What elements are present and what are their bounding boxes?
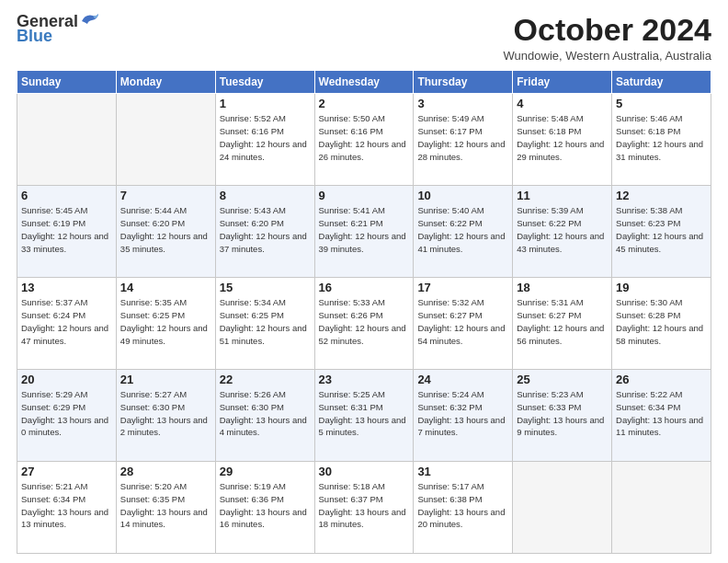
calendar-cell: 27Sunrise: 5:21 AM Sunset: 6:34 PM Dayli… <box>17 462 117 554</box>
calendar-cell: 1Sunrise: 5:52 AM Sunset: 6:16 PM Daylig… <box>215 94 314 186</box>
calendar: Sunday Monday Tuesday Wednesday Thursday… <box>17 70 711 554</box>
day-number: 3 <box>417 97 508 110</box>
calendar-cell: 28Sunrise: 5:20 AM Sunset: 6:35 PM Dayli… <box>116 462 215 554</box>
day-info: Sunrise: 5:19 AM Sunset: 6:36 PM Dayligh… <box>220 480 311 531</box>
day-info: Sunrise: 5:41 AM Sunset: 6:21 PM Dayligh… <box>319 204 410 255</box>
day-info: Sunrise: 5:49 AM Sunset: 6:17 PM Dayligh… <box>417 112 508 163</box>
col-tuesday: Tuesday <box>215 71 314 94</box>
calendar-week-row: 6Sunrise: 5:45 AM Sunset: 6:19 PM Daylig… <box>17 186 711 278</box>
day-number: 5 <box>616 97 707 110</box>
day-info: Sunrise: 5:37 AM Sunset: 6:24 PM Dayligh… <box>21 296 112 347</box>
day-number: 15 <box>220 281 311 294</box>
calendar-cell: 21Sunrise: 5:27 AM Sunset: 6:30 PM Dayli… <box>116 370 215 462</box>
day-info: Sunrise: 5:40 AM Sunset: 6:22 PM Dayligh… <box>417 204 508 255</box>
calendar-cell: 23Sunrise: 5:25 AM Sunset: 6:31 PM Dayli… <box>314 370 414 462</box>
day-number: 22 <box>220 373 311 386</box>
calendar-cell: 29Sunrise: 5:19 AM Sunset: 6:36 PM Dayli… <box>215 462 314 554</box>
day-number: 10 <box>417 189 508 202</box>
day-info: Sunrise: 5:39 AM Sunset: 6:22 PM Dayligh… <box>517 204 608 255</box>
calendar-cell <box>513 462 612 554</box>
calendar-cell: 31Sunrise: 5:17 AM Sunset: 6:38 PM Dayli… <box>414 462 513 554</box>
calendar-week-row: 13Sunrise: 5:37 AM Sunset: 6:24 PM Dayli… <box>17 278 711 370</box>
calendar-cell <box>612 462 711 554</box>
day-number: 8 <box>220 189 311 202</box>
day-info: Sunrise: 5:45 AM Sunset: 6:19 PM Dayligh… <box>21 204 112 255</box>
day-number: 17 <box>417 281 508 294</box>
day-info: Sunrise: 5:25 AM Sunset: 6:31 PM Dayligh… <box>319 388 410 439</box>
calendar-cell: 19Sunrise: 5:30 AM Sunset: 6:28 PM Dayli… <box>612 278 711 370</box>
day-info: Sunrise: 5:17 AM Sunset: 6:38 PM Dayligh… <box>417 480 508 531</box>
page: General Blue October 2024 Wundowie, West… <box>0 0 728 563</box>
calendar-cell: 12Sunrise: 5:38 AM Sunset: 6:23 PM Dayli… <box>612 186 711 278</box>
calendar-cell: 26Sunrise: 5:22 AM Sunset: 6:34 PM Dayli… <box>612 370 711 462</box>
calendar-cell: 15Sunrise: 5:34 AM Sunset: 6:25 PM Dayli… <box>215 278 314 370</box>
col-monday: Monday <box>116 71 215 94</box>
calendar-cell: 20Sunrise: 5:29 AM Sunset: 6:29 PM Dayli… <box>17 370 117 462</box>
day-number: 18 <box>517 281 608 294</box>
day-info: Sunrise: 5:27 AM Sunset: 6:30 PM Dayligh… <box>120 388 211 439</box>
day-number: 1 <box>220 97 311 110</box>
calendar-week-row: 27Sunrise: 5:21 AM Sunset: 6:34 PM Dayli… <box>17 462 711 554</box>
day-info: Sunrise: 5:35 AM Sunset: 6:25 PM Dayligh… <box>120 296 211 347</box>
day-number: 16 <box>319 281 410 294</box>
calendar-cell: 14Sunrise: 5:35 AM Sunset: 6:25 PM Dayli… <box>116 278 215 370</box>
day-number: 26 <box>616 373 707 386</box>
day-info: Sunrise: 5:18 AM Sunset: 6:37 PM Dayligh… <box>319 480 410 531</box>
calendar-cell: 16Sunrise: 5:33 AM Sunset: 6:26 PM Dayli… <box>314 278 414 370</box>
day-number: 25 <box>517 373 608 386</box>
day-number: 20 <box>21 373 112 386</box>
calendar-week-row: 1Sunrise: 5:52 AM Sunset: 6:16 PM Daylig… <box>17 94 711 186</box>
col-saturday: Saturday <box>612 71 711 94</box>
calendar-cell: 22Sunrise: 5:26 AM Sunset: 6:30 PM Dayli… <box>215 370 314 462</box>
day-info: Sunrise: 5:32 AM Sunset: 6:27 PM Dayligh… <box>417 296 508 347</box>
day-number: 12 <box>616 189 707 202</box>
day-info: Sunrise: 5:29 AM Sunset: 6:29 PM Dayligh… <box>21 388 112 439</box>
calendar-cell <box>17 94 117 186</box>
calendar-cell: 9Sunrise: 5:41 AM Sunset: 6:21 PM Daylig… <box>314 186 414 278</box>
logo-blue: Blue <box>17 28 52 46</box>
day-info: Sunrise: 5:38 AM Sunset: 6:23 PM Dayligh… <box>616 204 707 255</box>
logo: General Blue <box>17 13 100 46</box>
day-info: Sunrise: 5:33 AM Sunset: 6:26 PM Dayligh… <box>319 296 410 347</box>
calendar-cell: 30Sunrise: 5:18 AM Sunset: 6:37 PM Dayli… <box>314 462 414 554</box>
calendar-cell: 11Sunrise: 5:39 AM Sunset: 6:22 PM Dayli… <box>513 186 612 278</box>
day-info: Sunrise: 5:48 AM Sunset: 6:18 PM Dayligh… <box>517 112 608 163</box>
col-sunday: Sunday <box>17 71 117 94</box>
calendar-cell: 5Sunrise: 5:46 AM Sunset: 6:18 PM Daylig… <box>612 94 711 186</box>
col-wednesday: Wednesday <box>314 71 414 94</box>
day-number: 29 <box>220 465 311 478</box>
calendar-cell: 3Sunrise: 5:49 AM Sunset: 6:17 PM Daylig… <box>414 94 513 186</box>
day-number: 13 <box>21 281 112 294</box>
calendar-cell: 7Sunrise: 5:44 AM Sunset: 6:20 PM Daylig… <box>116 186 215 278</box>
day-info: Sunrise: 5:52 AM Sunset: 6:16 PM Dayligh… <box>220 112 311 163</box>
day-number: 28 <box>120 465 211 478</box>
calendar-cell: 17Sunrise: 5:32 AM Sunset: 6:27 PM Dayli… <box>414 278 513 370</box>
day-number: 24 <box>417 373 508 386</box>
location: Wundowie, Western Australia, Australia <box>504 49 711 63</box>
calendar-header-row: Sunday Monday Tuesday Wednesday Thursday… <box>17 71 711 94</box>
calendar-cell: 18Sunrise: 5:31 AM Sunset: 6:27 PM Dayli… <box>513 278 612 370</box>
day-info: Sunrise: 5:22 AM Sunset: 6:34 PM Dayligh… <box>616 388 707 439</box>
day-info: Sunrise: 5:21 AM Sunset: 6:34 PM Dayligh… <box>21 480 112 531</box>
day-info: Sunrise: 5:50 AM Sunset: 6:16 PM Dayligh… <box>319 112 410 163</box>
day-number: 19 <box>616 281 707 294</box>
day-info: Sunrise: 5:46 AM Sunset: 6:18 PM Dayligh… <box>616 112 707 163</box>
calendar-cell: 6Sunrise: 5:45 AM Sunset: 6:19 PM Daylig… <box>17 186 117 278</box>
calendar-cell <box>116 94 215 186</box>
title-block: October 2024 Wundowie, Western Australia… <box>504 13 711 63</box>
calendar-cell: 10Sunrise: 5:40 AM Sunset: 6:22 PM Dayli… <box>414 186 513 278</box>
calendar-cell: 8Sunrise: 5:43 AM Sunset: 6:20 PM Daylig… <box>215 186 314 278</box>
month-title: October 2024 <box>504 13 711 47</box>
day-number: 30 <box>319 465 410 478</box>
calendar-cell: 2Sunrise: 5:50 AM Sunset: 6:16 PM Daylig… <box>314 94 414 186</box>
calendar-week-row: 20Sunrise: 5:29 AM Sunset: 6:29 PM Dayli… <box>17 370 711 462</box>
day-info: Sunrise: 5:44 AM Sunset: 6:20 PM Dayligh… <box>120 204 211 255</box>
day-number: 23 <box>319 373 410 386</box>
day-number: 31 <box>417 465 508 478</box>
day-number: 7 <box>120 189 211 202</box>
day-number: 6 <box>21 189 112 202</box>
day-number: 2 <box>319 97 410 110</box>
calendar-cell: 25Sunrise: 5:23 AM Sunset: 6:33 PM Dayli… <box>513 370 612 462</box>
calendar-cell: 24Sunrise: 5:24 AM Sunset: 6:32 PM Dayli… <box>414 370 513 462</box>
day-number: 14 <box>120 281 211 294</box>
